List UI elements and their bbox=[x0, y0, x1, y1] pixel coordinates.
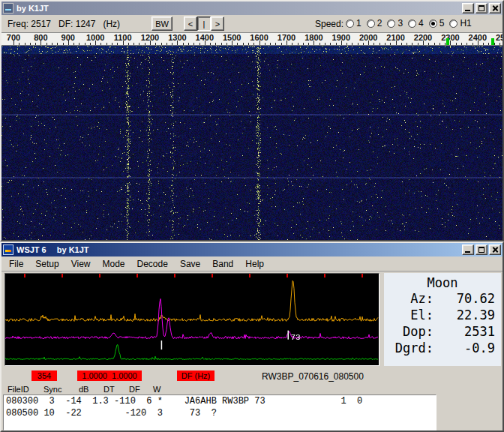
ruler-label: 1800 bbox=[304, 33, 322, 42]
ruler-tick bbox=[265, 43, 266, 45]
ruler-tick bbox=[139, 43, 140, 45]
bw-button[interactable]: BW bbox=[152, 16, 172, 31]
minimize-icon bbox=[465, 10, 470, 11]
decode-header-w: W bbox=[153, 385, 160, 394]
ruler-tick bbox=[25, 43, 26, 45]
ruler-tick bbox=[270, 43, 271, 45]
specjt-window-icon bbox=[3, 3, 14, 14]
menu-help[interactable]: Help bbox=[239, 257, 270, 271]
wsjt-maximize-button[interactable] bbox=[476, 244, 488, 255]
playback-button-2[interactable]: > bbox=[211, 16, 224, 31]
freq-df-readout: Freq: 2517 DF: 1247 (Hz) bbox=[8, 19, 120, 29]
scale-factors-button[interactable]: 1.0000 1.0000 bbox=[77, 370, 142, 381]
ruler-tick bbox=[35, 43, 36, 45]
ruler-tick bbox=[166, 43, 167, 45]
ruler-tick bbox=[63, 43, 64, 45]
ruler-tick bbox=[221, 43, 222, 45]
file-position-button[interactable]: 354 bbox=[32, 370, 57, 381]
radio-icon[interactable] bbox=[387, 20, 395, 28]
specjt-close-button[interactable] bbox=[489, 3, 501, 14]
astro-row-az: Az:70.62 bbox=[384, 290, 501, 307]
ruler-tick bbox=[85, 43, 86, 45]
astro-label: Dgrd: bbox=[387, 340, 434, 356]
speed-option-label: 1 bbox=[356, 18, 362, 28]
ruler-tick bbox=[358, 43, 358, 45]
spectrum-canvas[interactable] bbox=[5, 274, 379, 365]
ruler-label: 1000 bbox=[86, 33, 104, 42]
decode-header-fileid: FileID bbox=[8, 385, 29, 394]
ruler-tick bbox=[134, 43, 134, 45]
specjt-minimize-button[interactable] bbox=[462, 3, 474, 14]
minimize-icon bbox=[465, 251, 470, 253]
ruler-tick bbox=[401, 43, 402, 45]
specjt-toolbar: Freq: 2517 DF: 1247 (Hz) BW <|> Speed: 1… bbox=[2, 15, 502, 33]
speed-option-H1[interactable]: H1 bbox=[449, 18, 471, 28]
decode-header-dt: DT bbox=[104, 385, 115, 394]
radio-icon[interactable] bbox=[408, 20, 416, 28]
specjt-maximize-button[interactable] bbox=[476, 3, 488, 14]
decode-list[interactable]: 080300 3 -14 1.3 -110 6 * JA6AHB RW3BP 7… bbox=[3, 394, 436, 430]
menu-setup[interactable]: Setup bbox=[29, 257, 64, 271]
speed-option-label: 5 bbox=[440, 18, 445, 28]
speed-option-4[interactable]: 4 bbox=[408, 18, 424, 28]
ruler-tick bbox=[385, 43, 386, 45]
decode-line-1[interactable]: 080500 10 -22 -120 3 73 ? bbox=[4, 407, 436, 419]
ruler-green-marker bbox=[491, 38, 494, 45]
ruler-tick bbox=[74, 43, 74, 45]
specjt-titlebar[interactable]: by K1JT bbox=[2, 2, 502, 15]
radio-icon[interactable] bbox=[367, 20, 375, 28]
ruler-label: 1500 bbox=[223, 33, 241, 42]
menu-band[interactable]: Band bbox=[206, 257, 239, 271]
speed-option-1[interactable]: 1 bbox=[346, 18, 362, 28]
radio-icon[interactable] bbox=[346, 20, 354, 28]
menu-decode[interactable]: Decode bbox=[131, 257, 174, 271]
ruler-tick bbox=[418, 43, 418, 45]
ruler-label: 800 bbox=[34, 33, 47, 42]
astro-row-dgrd: Dgrd:-0.9 bbox=[384, 340, 501, 356]
ruler-tick bbox=[210, 43, 211, 45]
playback-button-1[interactable]: | bbox=[197, 16, 211, 31]
frequency-ruler[interactable]: 7008009001000110012001300140015001600170… bbox=[2, 33, 502, 46]
speed-option-3[interactable]: 3 bbox=[387, 18, 403, 28]
speed-option-label: 3 bbox=[398, 18, 403, 28]
menu-view[interactable]: View bbox=[65, 257, 97, 271]
ruler-tick bbox=[237, 43, 238, 45]
menubar: FileSetupViewModeDecodeSaveBandHelp bbox=[2, 256, 502, 272]
ruler-tick bbox=[303, 43, 304, 45]
ruler-tick bbox=[390, 43, 391, 45]
menu-file[interactable]: File bbox=[3, 257, 29, 271]
ruler-label: 2500 bbox=[496, 33, 502, 42]
waterfall-canvas[interactable] bbox=[2, 46, 502, 240]
menu-save[interactable]: Save bbox=[174, 257, 206, 271]
playback-button-0[interactable]: < bbox=[184, 16, 197, 31]
ruler-tick bbox=[461, 43, 462, 45]
ruler-label: 2200 bbox=[414, 33, 432, 42]
astro-row-el: El:22.39 bbox=[384, 307, 501, 323]
ruler-tick bbox=[440, 43, 440, 45]
ruler-tick bbox=[254, 43, 254, 45]
decode-header-sync: Sync bbox=[44, 385, 62, 394]
ruler-tick bbox=[243, 43, 244, 45]
df-axis-label[interactable]: DF (Hz) bbox=[177, 370, 214, 381]
astro-rows: Az:70.62El:22.39Dop:2531Dgrd:-0.9 bbox=[384, 290, 501, 356]
ruler-label: 1400 bbox=[196, 33, 214, 42]
ruler-label: 1700 bbox=[278, 33, 296, 42]
ruler-tick bbox=[374, 43, 374, 45]
radio-icon[interactable] bbox=[429, 20, 437, 28]
wsjt-close-button[interactable] bbox=[489, 244, 501, 255]
ruler-label: 700 bbox=[7, 33, 20, 42]
ruler-tick bbox=[46, 43, 47, 45]
ruler-tick bbox=[363, 43, 364, 45]
decode-line-0[interactable]: 080300 3 -14 1.3 -110 6 * JA6AHB RW3BP 7… bbox=[4, 395, 436, 407]
menu-mode[interactable]: Mode bbox=[97, 257, 131, 271]
radio-icon[interactable] bbox=[449, 20, 458, 28]
astro-value: 22.39 bbox=[434, 307, 495, 323]
speed-option-5[interactable]: 5 bbox=[429, 18, 445, 28]
wsjt-minimize-button[interactable] bbox=[462, 244, 474, 255]
ruler-label: 1600 bbox=[250, 33, 268, 42]
wsjt-titlebar[interactable]: WSJT 6 by K1JT bbox=[2, 243, 502, 256]
ruler-tick bbox=[194, 43, 194, 45]
ruler-tick bbox=[172, 43, 172, 45]
ruler-tick bbox=[106, 43, 107, 45]
speed-option-2[interactable]: 2 bbox=[367, 18, 382, 28]
